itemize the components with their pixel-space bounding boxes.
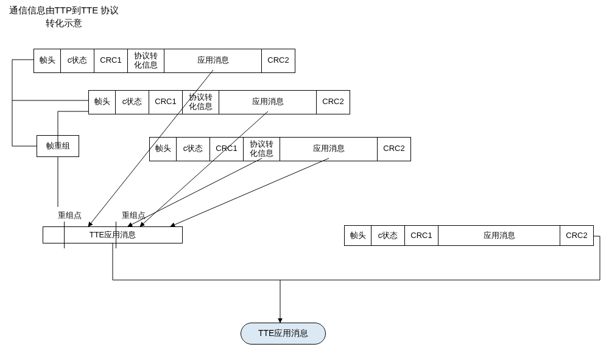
terminal-tte-app-msg: TTE应用消息 bbox=[241, 323, 326, 345]
svg-line-3 bbox=[128, 158, 262, 226]
cell-cstate: c状态 bbox=[177, 137, 210, 161]
cell-appmsg: 应用消息 bbox=[219, 90, 317, 114]
cell-crc2: CRC2 bbox=[262, 49, 295, 73]
cell-appmsg: 应用消息 bbox=[438, 225, 560, 246]
cell-appmsg: 应用消息 bbox=[164, 49, 262, 73]
reassembly-point-label-1: 重组点 bbox=[58, 210, 82, 221]
frame-row-1: 帧头 c状态 CRC1 协议转 化信息 应用消息 CRC2 bbox=[33, 49, 295, 73]
tick-1 bbox=[64, 222, 65, 248]
reassemble-box: 帧重组 bbox=[37, 135, 79, 157]
cell-appmsg: 应用消息 bbox=[280, 137, 378, 161]
diagram-title: 通信信息由TTP到TTE 协议转化示意 bbox=[6, 4, 122, 29]
cell-crc1: CRC1 bbox=[149, 90, 183, 114]
cell-header: 帧头 bbox=[344, 225, 371, 246]
cell-crc2: CRC2 bbox=[317, 90, 350, 114]
cell-header: 帧头 bbox=[33, 49, 61, 73]
cell-cstate: c状态 bbox=[116, 90, 149, 114]
cell-header: 帧头 bbox=[88, 90, 116, 114]
frame-row-3: 帧头 c状态 CRC1 协议转 化信息 应用消息 CRC2 bbox=[149, 137, 411, 161]
cell-crc1: CRC1 bbox=[210, 137, 244, 161]
svg-line-2 bbox=[171, 158, 329, 226]
cell-proto: 协议转 化信息 bbox=[128, 49, 164, 73]
reassembly-point-label-2: 重组点 bbox=[122, 210, 146, 221]
cell-crc1: CRC1 bbox=[405, 225, 438, 246]
cell-cstate: c状态 bbox=[371, 225, 405, 246]
diagram-canvas: 通信信息由TTP到TTE 协议转化示意 帧头 c状态 CRC1 协议转 化信息 … bbox=[0, 0, 609, 364]
svg-line-1 bbox=[140, 111, 268, 226]
frame-row-2: 帧头 c状态 CRC1 协议转 化信息 应用消息 CRC2 bbox=[88, 90, 350, 114]
frame-row-4: 帧头 c状态 CRC1 应用消息 CRC2 bbox=[344, 225, 594, 246]
cell-header: 帧头 bbox=[149, 137, 177, 161]
cell-proto: 协议转 化信息 bbox=[244, 137, 280, 161]
tick-2 bbox=[116, 222, 116, 248]
cell-proto: 协议转 化信息 bbox=[183, 90, 219, 114]
cell-crc1: CRC1 bbox=[94, 49, 128, 73]
cell-crc2: CRC2 bbox=[560, 225, 594, 246]
cell-cstate: c状态 bbox=[61, 49, 94, 73]
cell-crc2: CRC2 bbox=[378, 137, 411, 161]
